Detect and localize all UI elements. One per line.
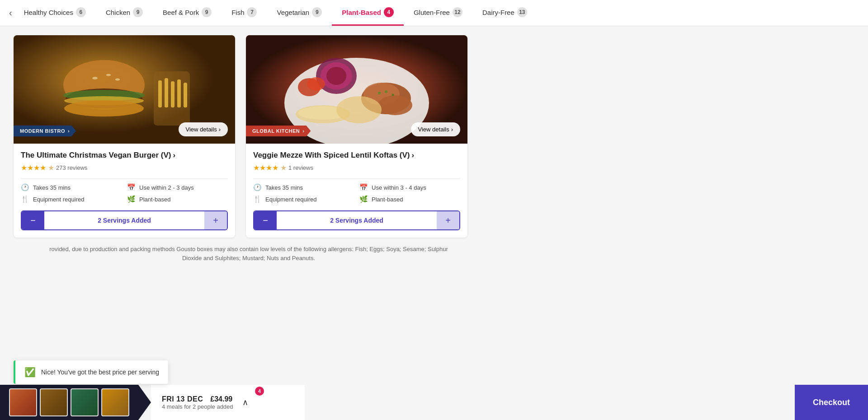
tab-plant-based[interactable]: Plant-Based 4 bbox=[332, 0, 404, 26]
tab-badge: 13 bbox=[517, 7, 527, 17]
svg-point-24 bbox=[392, 94, 394, 96]
chef-icon: 🍴 bbox=[21, 195, 29, 203]
svg-point-25 bbox=[378, 92, 381, 94]
calendar-icon: 📅 bbox=[127, 183, 136, 191]
meta-time-burger: 🕐 Takes 35 mins bbox=[21, 183, 122, 191]
svg-point-2 bbox=[92, 77, 98, 79]
tab-badge: 6 bbox=[76, 7, 86, 17]
tab-badge: 7 bbox=[247, 7, 257, 17]
svg-rect-10 bbox=[158, 80, 162, 107]
meta-use-within-mezze: 📅 Use within 3 - 4 days bbox=[359, 183, 460, 191]
tab-dairy-free[interactable]: Dairy-Free 13 bbox=[472, 0, 537, 26]
tab-healthy-choices[interactable]: Healthy Choices 6 bbox=[14, 0, 96, 26]
tab-gluten-free[interactable]: Gluten-Free 12 bbox=[404, 0, 472, 26]
clock-icon: 🕐 bbox=[21, 183, 29, 191]
meta-grid-burger: 🕐 Takes 35 mins 📅 Use within 2 - 3 days … bbox=[21, 183, 228, 203]
meal-cards-grid: MODERN BISTRO › View details › The Ultim… bbox=[14, 35, 484, 238]
meta-equipment-burger: 🍴 Equipment required bbox=[21, 195, 122, 203]
tab-badge: 9 bbox=[202, 7, 212, 17]
chef-icon: 🍴 bbox=[253, 195, 262, 203]
card-body-burger: The Ultimate Christmas Vegan Burger (V) … bbox=[14, 144, 235, 238]
increase-servings-mezze[interactable]: + bbox=[437, 211, 459, 229]
category-badge-burger: MODERN BISTRO › bbox=[14, 126, 76, 136]
meal-card-mezze: GLOBAL KITCHEN › View details › Veggie M… bbox=[246, 35, 467, 238]
svg-point-8 bbox=[64, 100, 144, 117]
tab-label: Beef & Pork bbox=[163, 9, 199, 16]
tab-label: Chicken bbox=[106, 9, 130, 16]
tab-vegetarian[interactable]: Vegetarian 9 bbox=[267, 0, 332, 26]
servings-control-burger: − 2 Servings Added + bbox=[21, 210, 228, 230]
svg-point-30 bbox=[307, 77, 325, 91]
tab-fish[interactable]: Fish 7 bbox=[222, 0, 267, 26]
calendar-icon: 📅 bbox=[359, 183, 368, 191]
tab-badge: 9 bbox=[312, 7, 322, 17]
card-title-mezze: Veggie Mezze With Spiced Lentil Koftas (… bbox=[253, 151, 460, 160]
svg-rect-11 bbox=[165, 78, 168, 107]
meta-use-within-burger: 📅 Use within 2 - 3 days bbox=[127, 183, 228, 191]
servings-label-burger: 2 Servings Added bbox=[44, 211, 204, 229]
meta-time-mezze: 🕐 Takes 35 mins bbox=[253, 183, 354, 191]
svg-point-3 bbox=[106, 74, 111, 76]
allergen-text: rovided, due to production and packing m… bbox=[14, 238, 484, 270]
card-body-mezze: Veggie Mezze With Spiced Lentil Koftas (… bbox=[246, 144, 467, 238]
leaf-icon: 🌿 bbox=[127, 195, 136, 203]
view-details-button-mezze[interactable]: View details › bbox=[411, 122, 460, 136]
tab-label: Gluten-Free bbox=[414, 9, 450, 16]
category-nav: ‹ Healthy Choices 6 Chicken 9 Beef & Por… bbox=[0, 0, 868, 26]
card-title-burger: The Ultimate Christmas Vegan Burger (V) … bbox=[21, 151, 228, 160]
svg-point-19 bbox=[326, 67, 346, 85]
svg-point-22 bbox=[378, 95, 412, 115]
svg-rect-13 bbox=[177, 79, 181, 107]
star-rating-burger: ★★★★★ 273 reviews bbox=[21, 163, 228, 172]
tab-chicken[interactable]: Chicken 9 bbox=[96, 0, 153, 26]
meal-card-burger: MODERN BISTRO › View details › The Ultim… bbox=[14, 35, 235, 238]
tab-badge: 12 bbox=[453, 7, 462, 17]
card-image-wrap: MODERN BISTRO › View details › bbox=[14, 35, 235, 144]
tab-badge: 9 bbox=[133, 7, 143, 17]
meta-diet-burger: 🌿 Plant-based bbox=[127, 195, 228, 203]
tab-label: Vegetarian bbox=[277, 9, 309, 16]
tab-label: Dairy-Free bbox=[482, 9, 514, 16]
servings-label-mezze: 2 Servings Added bbox=[277, 211, 437, 229]
decrease-servings-burger[interactable]: − bbox=[22, 211, 44, 229]
increase-servings-burger[interactable]: + bbox=[204, 211, 227, 229]
clock-icon: 🕐 bbox=[253, 183, 262, 191]
svg-rect-14 bbox=[184, 83, 187, 107]
svg-point-28 bbox=[336, 96, 382, 123]
meta-equipment-mezze: 🍴 Equipment required bbox=[253, 195, 354, 203]
svg-rect-12 bbox=[171, 81, 175, 107]
tab-beef-pork[interactable]: Beef & Pork 9 bbox=[153, 0, 222, 26]
tab-label: Healthy Choices bbox=[24, 9, 73, 16]
tab-label: Plant-Based bbox=[342, 9, 381, 16]
meta-diet-mezze: 🌿 Plant-based bbox=[359, 195, 460, 203]
leaf-icon: 🌿 bbox=[359, 195, 368, 203]
category-badge-mezze: GLOBAL KITCHEN › bbox=[246, 126, 311, 136]
meta-grid-mezze: 🕐 Takes 35 mins 📅 Use within 3 - 4 days … bbox=[253, 183, 460, 203]
tab-badge: 4 bbox=[384, 7, 394, 17]
view-details-button-burger[interactable]: View details › bbox=[179, 122, 228, 136]
star-rating-mezze: ★★★★★ 1 reviews bbox=[253, 163, 460, 172]
svg-point-23 bbox=[385, 90, 387, 93]
back-button[interactable]: ‹ bbox=[9, 8, 12, 18]
svg-point-4 bbox=[115, 79, 120, 81]
decrease-servings-mezze[interactable]: − bbox=[254, 211, 277, 229]
tab-label: Fish bbox=[231, 9, 244, 16]
card-image-wrap-mezze: GLOBAL KITCHEN › View details › bbox=[246, 35, 467, 144]
servings-control-mezze: − 2 Servings Added + bbox=[253, 210, 460, 230]
